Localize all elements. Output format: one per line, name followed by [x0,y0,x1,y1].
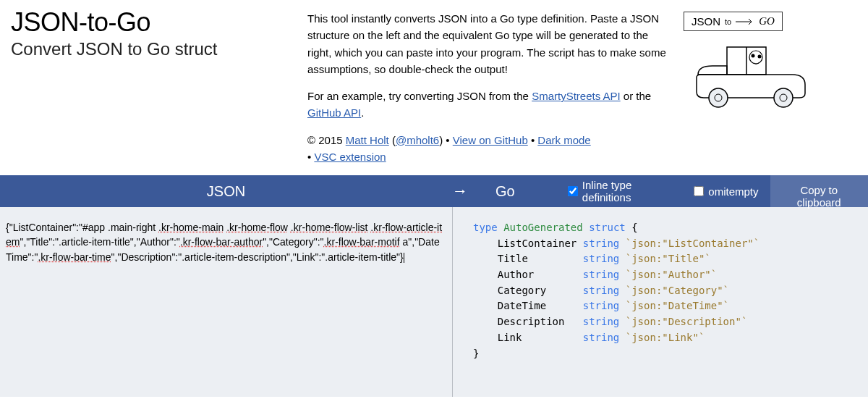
mholt6-link[interactable]: @mholt6 [396,134,439,146]
smartystreets-link[interactable]: SmartyStreets API [532,90,621,102]
header: JSON-to-Go Convert JSON to Go struct Thi… [0,0,868,175]
svg-point-5 [774,88,793,107]
page-subtitle: Convert JSON to Go struct [11,39,293,59]
gopher-car-icon [684,34,814,114]
svg-point-3 [709,88,728,107]
omitempty-label: omitempty [708,185,758,198]
toolbar-options: Inline type definitions omitempty Copy t… [568,175,868,207]
inline-types-label: Inline type definitions [582,179,683,203]
omitempty-option[interactable]: omitempty [694,185,758,198]
logo-go-text: GO [759,15,775,28]
arrow-icon: → [452,182,495,201]
credits-paragraph: © 2015 Matt Holt (@mholt6) • View on Git… [307,132,669,166]
dark-mode-link[interactable]: Dark mode [537,134,590,146]
page-title: JSON-to-Go [11,7,293,38]
inline-types-option[interactable]: Inline type definitions [568,179,682,203]
inline-types-checkbox[interactable] [568,186,578,196]
toolbar: JSON → Go Inline type definitions omitem… [0,175,868,207]
logo-json-text: JSON [692,15,720,28]
header-illustration: JSON to GO [684,7,857,175]
logo-arrow-icon [736,18,754,25]
example-paragraph: For an example, try converting JSON from… [307,88,669,122]
header-description: This tool instantly converts JSON into a… [307,7,669,175]
editor-panes: {"ListContainer":"#app .main-right .kr-h… [0,207,868,397]
svg-point-9 [758,55,762,59]
omitempty-checkbox[interactable] [694,186,704,196]
github-api-link[interactable]: GitHub API [307,106,361,119]
matt-holt-link[interactable]: Matt Holt [346,134,389,146]
json-pane-label: JSON [0,183,452,200]
copy-to-clipboard-button[interactable]: Copy to clipboard [770,175,868,207]
go-pane-label: Go [495,183,568,200]
logo-to-text: to [725,17,731,26]
go-output[interactable]: type AutoGenerated struct { ListContaine… [452,207,868,397]
json-input[interactable]: {"ListContainer":"#app .main-right .kr-h… [0,207,452,397]
svg-point-8 [752,54,755,58]
view-on-github-link[interactable]: View on GitHub [453,134,528,146]
intro-paragraph: This tool instantly converts JSON into a… [307,10,669,77]
header-left: JSON-to-Go Convert JSON to Go struct [11,7,293,175]
logo-badge: JSON to GO [684,12,783,31]
vsc-extension-link[interactable]: VSC extension [314,151,386,163]
